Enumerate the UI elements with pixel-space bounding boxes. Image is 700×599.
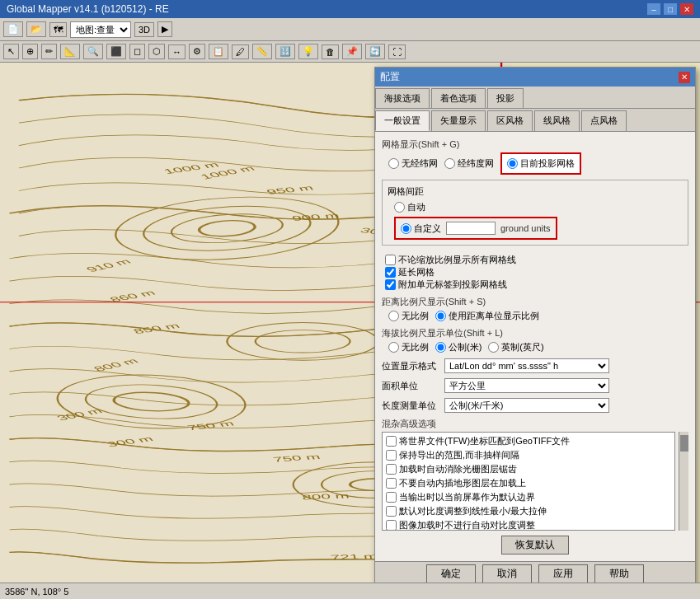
dialog-tabs-row1: 海拔选项 着色选项 投影 (375, 87, 695, 109)
area-unit-dropdown[interactable]: 平方公里 (444, 378, 609, 393)
radio-imperial[interactable]: 英制(英尺) (488, 341, 543, 353)
tab-point[interactable]: 点风格 (581, 110, 627, 131)
confirm-button[interactable]: 确定 (426, 564, 476, 583)
list-item-2: 加载时自动消除光栅图层锯齿 (384, 462, 673, 476)
tab-area[interactable]: 区风格 (487, 110, 533, 131)
checkboxes-section: 不论缩放比例显示所有网格线 延长网格 附加单元标签到投影网格线 (385, 254, 688, 291)
misc-list-container: 将世界文件(TFW)坐标匹配到GeoTIFF文件 保持导出的范围,而非抽样间隔 … (382, 432, 688, 531)
length-unit-label: 长度测量单位 (382, 400, 439, 412)
radio-proj-grid[interactable]: 目前投影网格 (507, 157, 575, 170)
checkbox-attach-labels[interactable]: 附加单元标签到投影网格线 (385, 278, 688, 291)
toolbar-map-btn[interactable]: 🗺 (49, 22, 67, 37)
tool17[interactable]: 📌 (342, 44, 362, 59)
status-coords: 3586" N, 108° 5 (5, 587, 68, 597)
position-format-row: 位置显示格式 Lat/Lon dd° mm' ss.ssss" h (382, 358, 688, 373)
list-item-0: 将世界文件(TFW)坐标匹配到GeoTIFF文件 (384, 434, 673, 448)
window-title: Global Mapper v14.1 (b120512) - RE (7, 3, 169, 15)
radio-auto[interactable]: 自动 (394, 201, 425, 213)
elevation-radio-group: 无比例 公制(米) 英制(英尺) (388, 341, 688, 353)
toolbar-3d-btn[interactable]: 3D (134, 22, 154, 37)
title-bar: Global Mapper v14.1 (b120512) - RE – □ ✕ (0, 0, 700, 18)
main-window: Global Mapper v14.1 (b120512) - RE – □ ✕… (0, 0, 700, 599)
tool18[interactable]: 🔄 (365, 44, 385, 59)
minimize-button[interactable]: – (647, 3, 660, 15)
scale-section-label: 距离比例尺显示(Shift + S) (382, 296, 688, 308)
dialog-bottom-bar: 确定 取消 应用 帮助 (375, 561, 695, 583)
area-unit-row: 面积单位 平方公里 (382, 378, 688, 393)
toolbar-open-btn[interactable]: 📂 (26, 21, 46, 37)
radio-projection-grid-highlight: 目前投影网格 (500, 152, 581, 175)
tab-vector[interactable]: 矢量显示 (431, 110, 486, 131)
tab-elevation[interactable]: 海拔选项 (375, 88, 430, 108)
tool10[interactable]: ⚙ (189, 44, 205, 59)
tab-color[interactable]: 着色选项 (431, 88, 486, 108)
tool1[interactable]: ↖ (3, 44, 19, 59)
misc-scrollbar[interactable] (679, 432, 688, 531)
tool6[interactable]: ⬛ (106, 44, 126, 59)
tool14[interactable]: 🔢 (275, 44, 295, 59)
apply-button[interactable]: 应用 (538, 564, 588, 583)
tool4[interactable]: 📐 (60, 44, 80, 59)
grid-display-label: 网格显示(Shift + G) (382, 138, 688, 151)
tool7[interactable]: ◻ (129, 44, 145, 59)
tool9[interactable]: ↔ (168, 44, 186, 59)
spacing-unit-label: ground units (500, 223, 551, 233)
toolbar-extra-btn[interactable]: ▶ (157, 21, 172, 37)
tool8[interactable]: ⬡ (148, 44, 165, 59)
grid-spacing-label: 网格间距 (388, 185, 683, 198)
radio-custom[interactable]: 自定义 (401, 222, 441, 235)
tool12[interactable]: 🖊 (232, 44, 249, 59)
tool2[interactable]: ⊕ (22, 44, 38, 59)
close-window-button[interactable]: ✕ (680, 3, 693, 15)
checkbox-all-lines[interactable]: 不论缩放比例显示所有网格线 (385, 254, 688, 266)
maximize-button[interactable]: □ (664, 3, 677, 15)
content-area: 16.6 m 160000 m 159000 m 291000 m 292000… (0, 63, 700, 583)
misc-list[interactable]: 将世界文件(TFW)坐标匹配到GeoTIFF文件 保持导出的范围,而非抽样间隔 … (382, 432, 675, 531)
checkbox-extend-grid[interactable]: 延长网格 (385, 266, 688, 278)
grid-display-section: 网格显示(Shift + G) 无经纬网 经纬度网 (382, 138, 688, 175)
elevation-section-label: 海拔比例尺显示单位(Shift + L) (382, 327, 688, 339)
radio-metric[interactable]: 公制(米) (435, 341, 482, 353)
radio-no-elev[interactable]: 无比例 (388, 341, 429, 353)
dialog-tabs-row2: 一般设置 矢量显示 区风格 线风格 点风格 (375, 109, 695, 132)
window-controls: – □ ✕ (647, 3, 693, 15)
tool5[interactable]: 🔍 (83, 44, 103, 59)
dialog-title: 配置 (380, 70, 400, 84)
radio-use-scale[interactable]: 使用距离单位显示比例 (435, 310, 539, 322)
dialog-close-button[interactable]: ✕ (679, 72, 690, 83)
cancel-button[interactable]: 取消 (482, 564, 532, 583)
scale-radio-group: 无比例 使用距离单位显示比例 (388, 310, 688, 322)
grid-display-options: 无经纬网 经纬度网 目前投影网格 (388, 152, 688, 175)
radio-latlon-grid[interactable]: 经纬度网 (444, 157, 494, 170)
tab-projection[interactable]: 投影 (487, 88, 524, 108)
misc-section-label: 混杂高级选项 (382, 418, 688, 430)
list-item-3: 不要自动内插地形图层在加载上 (384, 476, 673, 490)
scroll-thumb (680, 435, 688, 452)
tool11[interactable]: 📋 (209, 44, 228, 59)
radio-no-grid[interactable]: 无经纬网 (388, 157, 438, 170)
length-unit-dropdown[interactable]: 公制(米/千米) (444, 398, 609, 413)
radio-no-scale[interactable]: 无比例 (388, 310, 429, 322)
position-format-dropdown[interactable]: Lat/Lon dd° mm' ss.ssss" h (444, 358, 609, 373)
config-dialog: 配置 ✕ 海拔选项 着色选项 投影 一般设置 矢量显示 区风格 线风格 点风格 (374, 67, 696, 583)
tool3[interactable]: ✏ (41, 44, 57, 59)
tab-general[interactable]: 一般设置 (375, 110, 430, 131)
tab-line[interactable]: 线风格 (534, 110, 580, 131)
tool19[interactable]: ⛶ (388, 44, 406, 59)
help-button[interactable]: 帮助 (594, 564, 644, 583)
list-item-4: 当输出时以当前屏幕作为默认边界 (384, 490, 673, 504)
tool16[interactable]: 🗑 (322, 44, 339, 59)
restore-defaults-button[interactable]: 恢复默认 (501, 536, 569, 555)
toolbar-new-btn[interactable]: 📄 (3, 21, 23, 37)
auto-radio-row: 自动 (394, 201, 683, 213)
tool13[interactable]: 📏 (252, 44, 272, 59)
spacing-value-input[interactable]: 1000 (446, 222, 496, 235)
tool15[interactable]: 💡 (298, 44, 318, 59)
list-item-6: 图像加载时不进行自动对比度调整 (384, 518, 673, 531)
toolbar: 📄 📂 🗺 地图:查量 3D ▶ (0, 18, 700, 41)
dialog-title-bar: 配置 ✕ (375, 68, 695, 87)
restore-btn-container: 恢复默认 (382, 536, 688, 555)
map-dropdown[interactable]: 地图:查量 (70, 21, 131, 38)
misc-section: 混杂高级选项 将世界文件(TFW)坐标匹配到GeoTIFF文件 保持导出的范围,… (382, 418, 688, 531)
length-unit-row: 长度测量单位 公制(米/千米) (382, 398, 688, 413)
